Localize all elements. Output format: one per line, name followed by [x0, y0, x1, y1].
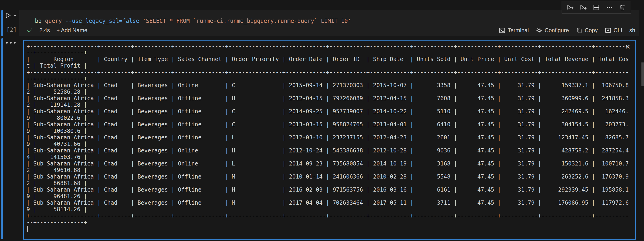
- execute-below-icon[interactable]: [578, 3, 588, 12]
- run-cell-button[interactable]: [4, 12, 17, 19]
- add-name-button[interactable]: + Add Name: [56, 27, 87, 34]
- notebook-page: [2] bq query --use_legacy_sql=false 'SEL…: [0, 0, 644, 241]
- bolt-box-icon: [605, 27, 612, 34]
- command-text: bq query --use_legacy_sql=false 'SELECT …: [35, 18, 351, 25]
- terminal-output[interactable]: +--------------------+---------+--------…: [26, 43, 635, 226]
- execution-duration: 2.4s: [39, 27, 50, 34]
- command-editor[interactable]: bq query --use_legacy_sql=false 'SELECT …: [19, 10, 639, 25]
- execute-above-icon[interactable]: [565, 3, 575, 12]
- more-actions-icon[interactable]: [604, 3, 614, 12]
- chevron-down-icon: [13, 14, 17, 17]
- terminal-label: Terminal: [508, 27, 529, 34]
- execution-count: [2]: [6, 26, 17, 33]
- configure-label: Configure: [544, 27, 569, 34]
- delete-cell-icon[interactable]: [617, 3, 628, 12]
- terminal-icon: [499, 27, 506, 34]
- scrollbar-thumb[interactable]: [642, 63, 644, 86]
- cell-status-bar: 2.4s + Add Name Terminal Configure: [19, 25, 639, 36]
- close-output-icon[interactable]: ✕: [624, 43, 632, 51]
- terminal-cursor: [27, 226, 28, 232]
- cell-toolbar: [562, 1, 631, 14]
- play-icon: [4, 12, 12, 19]
- copy-label: Copy: [585, 27, 598, 34]
- code-cell: bq query --use_legacy_sql=false 'SELECT …: [19, 10, 639, 36]
- cell-focus-bar: [2, 10, 3, 36]
- cell-status-right: Terminal Configure Copy: [499, 27, 635, 34]
- output-focus-bar: [2, 38, 3, 239]
- output-more-actions-icon[interactable]: [6, 42, 16, 44]
- terminal-button[interactable]: Terminal: [499, 27, 529, 34]
- split-cell-icon[interactable]: [591, 3, 602, 12]
- cell-status-left: 2.4s + Add Name: [26, 27, 87, 34]
- copy-button[interactable]: Copy: [576, 27, 598, 34]
- cell-output-panel: +--------------------+---------+--------…: [23, 40, 636, 239]
- configure-button[interactable]: Configure: [536, 27, 569, 34]
- shell-type-label: sh: [629, 27, 635, 34]
- success-check-icon: [26, 27, 33, 34]
- cli-label: CLI: [614, 27, 622, 34]
- cli-button[interactable]: CLI: [605, 27, 622, 34]
- copy-icon: [576, 27, 582, 34]
- gear-icon: [536, 27, 542, 34]
